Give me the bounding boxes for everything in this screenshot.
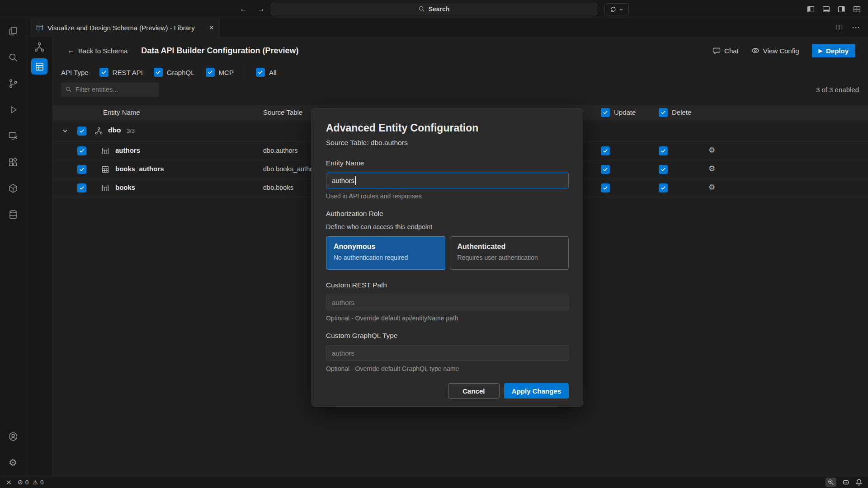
custom-graphql-type-field[interactable] — [326, 345, 569, 361]
tabbar: Visualize and Design Schema (Preview) - … — [26, 18, 868, 37]
entity-name-label: Entity Name — [326, 159, 569, 167]
source-table: dbo.books — [263, 184, 293, 191]
all-checkbox[interactable] — [256, 68, 265, 77]
entity-filter-input[interactable] — [75, 86, 160, 93]
filter-rest-api[interactable]: REST API — [99, 68, 143, 77]
layout-control[interactable] — [604, 3, 629, 15]
custom-graphql-type-input[interactable] — [326, 346, 568, 361]
role-desc: No authentication required — [334, 254, 438, 261]
entity-name: authors — [115, 146, 140, 154]
eye-icon — [751, 47, 760, 55]
role-authenticated-card[interactable]: Authenticated Requires user authenticati… — [450, 236, 569, 270]
row-checkbox[interactable] — [77, 146, 86, 155]
role-title: Authenticated — [458, 243, 561, 251]
entity-filter-box[interactable] — [61, 82, 159, 97]
api-builder-tab-selected[interactable] — [31, 58, 47, 75]
delete-checkbox[interactable] — [659, 165, 668, 174]
cube-package-icon[interactable] — [0, 175, 26, 202]
entity-name-hint: Used in API routes and responses — [326, 192, 569, 200]
error-count: 0 — [25, 479, 29, 486]
table-grid-icon — [102, 166, 109, 173]
chevron-down-icon[interactable] — [62, 128, 68, 134]
filter-mcp[interactable]: MCP — [206, 68, 234, 77]
toggle-sidebar-icon[interactable] — [807, 5, 815, 13]
remote-explorer-icon[interactable] — [0, 123, 26, 149]
editor-more-actions-icon[interactable]: ⋯ — [852, 23, 860, 33]
source-control-icon[interactable] — [0, 70, 26, 97]
entity-name-value: authors — [332, 177, 354, 184]
back-arrow-icon: ← — [67, 47, 75, 55]
entity-name-input[interactable]: authors — [326, 173, 569, 188]
graphql-checkbox[interactable] — [154, 68, 163, 77]
authorization-role-label: Authorization Role — [326, 210, 569, 218]
customize-layout-icon[interactable] — [853, 5, 861, 13]
row-settings-gear-icon[interactable]: ⚙ — [708, 164, 715, 174]
page-title: Data API Builder Configuration (Preview) — [141, 46, 298, 56]
extensions-icon[interactable] — [0, 149, 26, 175]
filter-graphql[interactable]: GraphQL — [154, 68, 195, 77]
entity-name: books_authors — [115, 165, 164, 173]
account-icon[interactable] — [0, 423, 26, 450]
row-settings-gear-icon[interactable]: ⚙ — [708, 183, 715, 192]
split-editor-icon[interactable] — [835, 24, 843, 31]
authorization-role-hint: Define who can access this endpoint — [326, 223, 569, 230]
problems-indicator[interactable]: ⊘ 0 ⚠ 0 — [18, 479, 43, 486]
toggle-secondary-sidebar-icon[interactable] — [838, 5, 845, 13]
custom-rest-path-input[interactable] — [326, 295, 568, 310]
cancel-button[interactable]: Cancel — [448, 383, 500, 399]
notifications-bell-icon[interactable] — [855, 479, 863, 486]
update-checkbox[interactable] — [601, 183, 610, 192]
toggle-panel-icon[interactable] — [822, 5, 830, 13]
table-grid-icon — [102, 147, 109, 155]
tab-visualize-schema[interactable]: Visualize and Design Schema (Preview) - … — [31, 18, 220, 37]
nav-back-icon[interactable]: ← — [240, 5, 247, 14]
delete-checkbox[interactable] — [659, 183, 668, 192]
update-all-checkbox[interactable] — [601, 108, 610, 117]
view-config-label: View Config — [763, 47, 799, 55]
chat-label: Chat — [724, 47, 739, 55]
zoom-indicator[interactable] — [826, 478, 836, 487]
back-to-schema-link[interactable]: ← Back to Schema — [67, 47, 127, 55]
tab-title: Visualize and Design Schema (Preview) - … — [47, 24, 195, 32]
row-settings-gear-icon[interactable]: ⚙ — [708, 145, 715, 155]
mcp-checkbox[interactable] — [206, 68, 215, 77]
copilot-status-icon[interactable] — [842, 479, 849, 486]
database-icon[interactable] — [0, 202, 26, 228]
delete-all-checkbox[interactable] — [659, 108, 668, 117]
col-entity-name: Entity Name — [103, 108, 140, 116]
apply-changes-button[interactable]: Apply Changes — [504, 383, 569, 399]
command-center-search[interactable]: Search — [271, 3, 597, 15]
run-debug-icon[interactable] — [0, 97, 26, 123]
deploy-button[interactable]: ▶ Deploy — [812, 44, 855, 57]
loop-icon — [610, 6, 617, 13]
dialog-source-table: Source Table: dbo.authors — [326, 139, 569, 147]
custom-rest-path-field[interactable] — [326, 295, 569, 310]
rest-api-checkbox[interactable] — [99, 68, 108, 77]
search-placeholder: Search — [429, 5, 450, 13]
all-label: All — [269, 69, 277, 76]
explorer-icon[interactable] — [0, 18, 26, 44]
role-cards: Anonymous No authentication required Aut… — [326, 236, 569, 270]
deploy-label: Deploy — [826, 47, 849, 55]
remote-indicator-icon[interactable] — [5, 479, 12, 486]
row-checkbox[interactable] — [77, 165, 86, 174]
nav-forward-icon[interactable]: → — [257, 5, 265, 14]
filter-all[interactable]: All — [256, 68, 277, 77]
update-checkbox[interactable] — [601, 165, 610, 174]
group-checkbox[interactable] — [77, 127, 86, 136]
settings-gear-icon[interactable]: ⚙ — [0, 450, 26, 476]
row-checkbox[interactable] — [77, 183, 86, 192]
warning-count: 0 — [40, 479, 44, 486]
role-anonymous-card[interactable]: Anonymous No authentication required — [326, 236, 445, 270]
schema-graph-icon[interactable] — [34, 42, 45, 52]
view-config-button[interactable]: View Config — [751, 47, 799, 55]
update-checkbox[interactable] — [601, 146, 610, 155]
chat-button[interactable]: Chat — [712, 47, 739, 55]
group-count-badge: 3/3 — [127, 127, 135, 134]
dialog-footer: Cancel Apply Changes — [326, 383, 569, 399]
custom-rest-path-label: Custom REST Path — [326, 281, 569, 289]
tab-close-icon[interactable]: × — [209, 23, 214, 32]
search-view-icon[interactable] — [0, 44, 26, 70]
page-header: ← Back to Schema Data API Builder Config… — [67, 43, 855, 58]
delete-checkbox[interactable] — [659, 146, 668, 155]
